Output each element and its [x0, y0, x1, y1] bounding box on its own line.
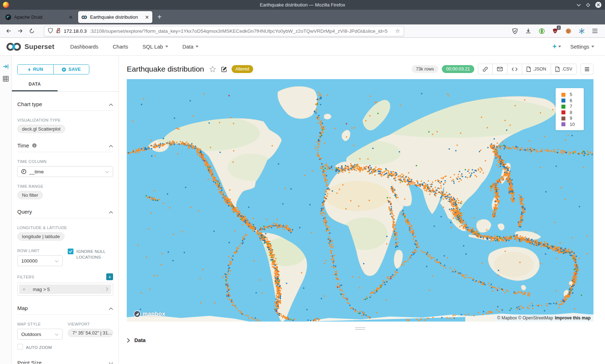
- save-button[interactable]: SAVE: [53, 65, 89, 74]
- export-csv-button[interactable]: x.CSV: [551, 64, 577, 74]
- legend-swatch-icon: [561, 93, 565, 97]
- email-button[interactable]: [492, 64, 507, 74]
- superset-infinity-icon: [6, 42, 22, 51]
- settings-menu[interactable]: Settings: [570, 44, 594, 50]
- nav-sql-lab[interactable]: SQL Lab: [135, 44, 175, 50]
- superset-logo[interactable]: Superset: [6, 42, 54, 51]
- remove-filter-icon[interactable]: ×: [19, 287, 29, 292]
- container-asterisk-icon[interactable]: [578, 27, 585, 35]
- url-path: :32108/superset/explore/?form_data_key=1…: [90, 28, 393, 34]
- nav-data[interactable]: Data: [175, 44, 206, 50]
- viewport-label: VIEWPORT: [68, 322, 113, 326]
- filter-container: × mag > 5: [17, 283, 113, 296]
- superset-favicon: [81, 14, 87, 20]
- world-map[interactable]: [127, 79, 593, 322]
- drag-handle[interactable]: [355, 327, 365, 330]
- add-filter-button[interactable]: +: [106, 273, 113, 280]
- section-query: Query LONGITUDE & LATITUDE longitude | l…: [17, 209, 113, 296]
- checkbox-checked-icon[interactable]: [68, 249, 73, 254]
- export-json-button[interactable]: .JSON: [522, 64, 551, 74]
- window-title: Earthquake distribution — Mozilla Firefo…: [0, 2, 605, 8]
- time-column-label: TIME COLUMN: [17, 159, 113, 164]
- reload-button[interactable]: [27, 26, 37, 36]
- filter-chip[interactable]: × mag > 5: [19, 285, 111, 294]
- chevron-down-icon: [558, 46, 561, 47]
- time-range-value[interactable]: No filter: [17, 191, 43, 199]
- checkbox-unchecked-icon[interactable]: [17, 344, 23, 350]
- map-attribution: © Mapbox © OpenStreetMap Improve this ma…: [494, 314, 593, 322]
- tab-bar: Apache Druid ✕ Earthquake distribution ✕…: [0, 10, 605, 24]
- url-domain: 172.18.0.3: [64, 28, 87, 34]
- section-header-chart-type[interactable]: Chart type: [17, 101, 113, 111]
- nav-charts[interactable]: Charts: [106, 44, 135, 50]
- edit-properties-icon[interactable]: [221, 66, 227, 72]
- tab-close-icon[interactable]: ✕: [145, 14, 149, 20]
- info-icon: i: [32, 143, 37, 148]
- chevron-right-icon[interactable]: [102, 287, 111, 291]
- viz-type-value[interactable]: deck.gl Scatterplot: [17, 125, 65, 133]
- section-header-query[interactable]: Query: [17, 209, 113, 218]
- chevron-down-icon: [109, 360, 113, 364]
- cookie-extension-icon[interactable]: [565, 27, 572, 35]
- favorite-star-icon[interactable]: [209, 66, 216, 72]
- chevron-up-icon: [109, 142, 113, 149]
- copy-link-button[interactable]: [478, 64, 492, 74]
- browser-menu-icon[interactable]: [591, 27, 599, 35]
- extension-green-icon[interactable]: [538, 27, 545, 35]
- forward-button[interactable]: [15, 26, 25, 36]
- map-legend: 5678910: [556, 88, 584, 130]
- new-item-button[interactable]: +: [552, 42, 561, 51]
- chart-menu-button[interactable]: [581, 64, 593, 74]
- deckgl-map[interactable]: 5678910 mapbox © Mapbox © OpenStreetMap …: [127, 79, 593, 322]
- improve-map-link[interactable]: Improve this map: [555, 315, 591, 320]
- panel-resize-gutter[interactable]: [127, 322, 593, 335]
- insecure-lock-icon[interactable]: [56, 28, 61, 35]
- map-style-select[interactable]: Outdoors: [17, 329, 63, 340]
- lonlat-label: LONGITUDE & LATITUDE: [17, 226, 113, 230]
- tab-close-icon[interactable]: ✕: [68, 14, 73, 20]
- expand-panel-icon[interactable]: [3, 64, 9, 71]
- run-button[interactable]: RUN: [18, 65, 53, 74]
- download-icon[interactable]: [525, 27, 532, 35]
- minimize-icon[interactable]: [577, 4, 581, 6]
- shield-icon[interactable]: [48, 28, 53, 35]
- viewport-value[interactable]: 7° 35' 54.02" | 31...: [68, 329, 113, 337]
- tab-data[interactable]: DATA: [12, 79, 58, 91]
- viz-type-label: VISUALIZATION TYPE: [17, 118, 113, 122]
- lonlat-value[interactable]: longitude | latitude: [17, 232, 64, 241]
- tab-earthquake-distribution[interactable]: Earthquake distribution ✕: [78, 11, 152, 23]
- row-limit-select[interactable]: 100000: [17, 255, 63, 266]
- url-bar[interactable]: 172.18.0.3 :32108/superset/explore/?form…: [44, 26, 404, 36]
- legend-label: 8: [570, 110, 572, 115]
- legend-label: 5: [570, 92, 572, 97]
- clock-icon: [21, 169, 26, 174]
- close-icon[interactable]: [595, 2, 601, 8]
- legend-item: 7: [561, 104, 584, 110]
- auto-zoom-checkbox-row[interactable]: AUTO ZOOM: [17, 344, 63, 350]
- ignore-null-checkbox-row[interactable]: IGNORE NULL LOCATIONS: [68, 249, 113, 260]
- ublock-shield-icon[interactable]: ω2: [551, 27, 559, 35]
- nav-dashboards[interactable]: Dashboards: [63, 44, 106, 50]
- bookmark-star-icon[interactable]: ☆: [395, 28, 400, 34]
- chevron-up-icon: [109, 305, 113, 311]
- mapbox-logo[interactable]: mapbox: [133, 310, 165, 318]
- legend-label: 10: [570, 122, 575, 127]
- section-header-time[interactable]: Time i: [17, 142, 113, 152]
- superset-navbar: Superset Dashboards Charts SQL Lab Data …: [0, 38, 605, 56]
- dataset-grid-icon[interactable]: [3, 76, 9, 83]
- collapse-rail: [0, 56, 12, 364]
- druid-favicon: [5, 14, 11, 20]
- window-titlebar: Earthquake distribution — Mozilla Firefo…: [0, 0, 605, 10]
- new-tab-button[interactable]: +: [157, 13, 162, 21]
- maximize-icon[interactable]: [586, 3, 590, 7]
- tab-apache-druid[interactable]: Apache Druid ✕: [2, 11, 76, 23]
- back-button[interactable]: [4, 26, 14, 36]
- time-column-select[interactable]: __time: [17, 166, 113, 177]
- section-header-map[interactable]: Map: [17, 305, 113, 315]
- section-header-point-size[interactable]: Point Size: [17, 360, 113, 364]
- embed-code-button[interactable]: [507, 64, 522, 74]
- file-icon: x: [555, 67, 560, 72]
- chevron-down-icon: [105, 169, 109, 174]
- data-panel-header[interactable]: Data: [127, 335, 605, 343]
- protections-shield-icon[interactable]: [511, 27, 519, 35]
